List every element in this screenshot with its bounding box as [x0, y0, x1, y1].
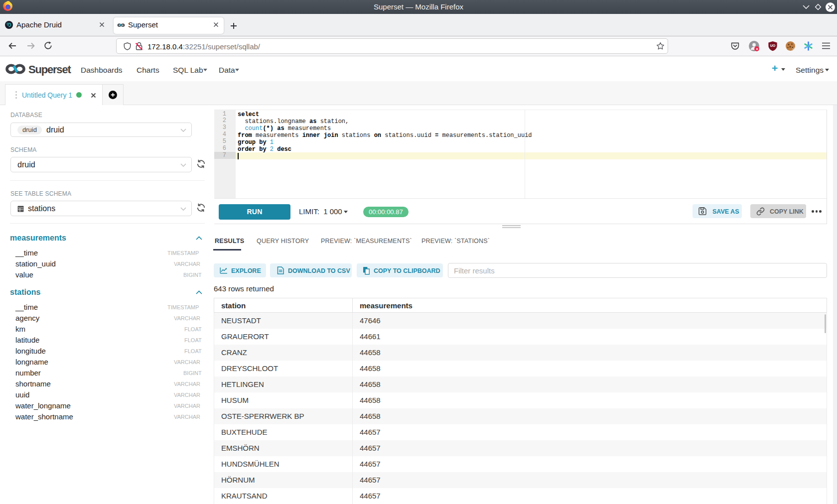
- svg-text:UO: UO: [770, 44, 776, 47]
